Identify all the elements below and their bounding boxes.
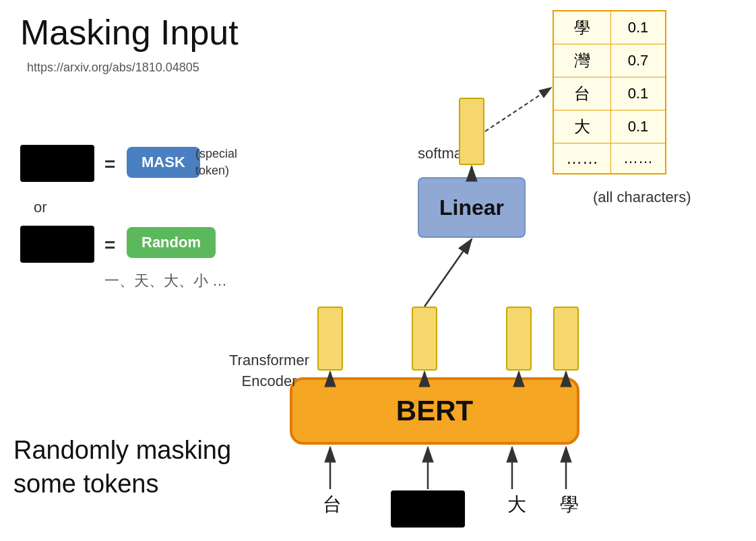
table-cell-char: 大 <box>553 110 611 144</box>
table-cell-val: 0.1 <box>611 110 666 144</box>
input-masked-token <box>391 490 465 528</box>
embedding-col3 <box>506 307 532 371</box>
table-cell-val: 0.7 <box>611 44 666 77</box>
linear-box: Linear <box>418 177 526 238</box>
input-token-tai: 台 <box>315 492 349 517</box>
softmax-output-embedding <box>459 98 484 165</box>
bottom-description: Randomly masking some tokens <box>13 434 231 501</box>
special-token-label: (specialtoken) <box>195 146 237 179</box>
or-label: or <box>34 199 47 216</box>
page-title: Masking Input <box>20 12 239 53</box>
table-cell-val: 0.1 <box>611 77 666 110</box>
equals-sign-2: = <box>104 234 115 256</box>
random-button: Random <box>127 227 216 258</box>
table-cell-val: …… <box>611 144 666 174</box>
table-row: …… …… <box>553 144 666 174</box>
mask-button: MASK <box>127 147 200 178</box>
bert-box: BERT <box>290 377 579 445</box>
input-token-xue: 學 <box>553 492 586 517</box>
bert-label: BERT <box>396 395 473 427</box>
subtitle-url: https://arxiv.org/abs/1810.04805 <box>27 61 199 75</box>
svg-line-12 <box>485 88 551 131</box>
table-cell-char: …… <box>553 144 611 174</box>
linear-label: Linear <box>439 195 504 220</box>
chinese-examples-label: 一、天、大、小 … <box>104 271 227 291</box>
equals-sign-1: = <box>104 154 115 175</box>
all-characters-label: (all characters) <box>593 189 691 206</box>
table-cell-val: 0.1 <box>611 11 666 44</box>
table-row: 學 0.1 <box>553 11 666 44</box>
input-token-da: 大 <box>500 492 534 517</box>
table-row: 台 0.1 <box>553 77 666 110</box>
embedding-col1 <box>317 307 343 371</box>
random-token-rect <box>20 226 94 263</box>
embedding-col2 <box>412 307 437 371</box>
table-cell-char: 學 <box>553 11 611 44</box>
table-cell-char: 灣 <box>553 44 611 77</box>
mask-token-rect <box>20 145 94 182</box>
output-probability-table: 學 0.1 灣 0.7 台 0.1 大 0.1 …… …… <box>553 10 666 174</box>
embedding-col4 <box>553 307 579 371</box>
table-row: 大 0.1 <box>553 110 666 144</box>
transformer-encoder-label: Transformer Encoder <box>229 350 309 392</box>
table-row: 灣 0.7 <box>553 44 666 77</box>
table-cell-char: 台 <box>553 77 611 110</box>
svg-line-10 <box>424 239 472 307</box>
